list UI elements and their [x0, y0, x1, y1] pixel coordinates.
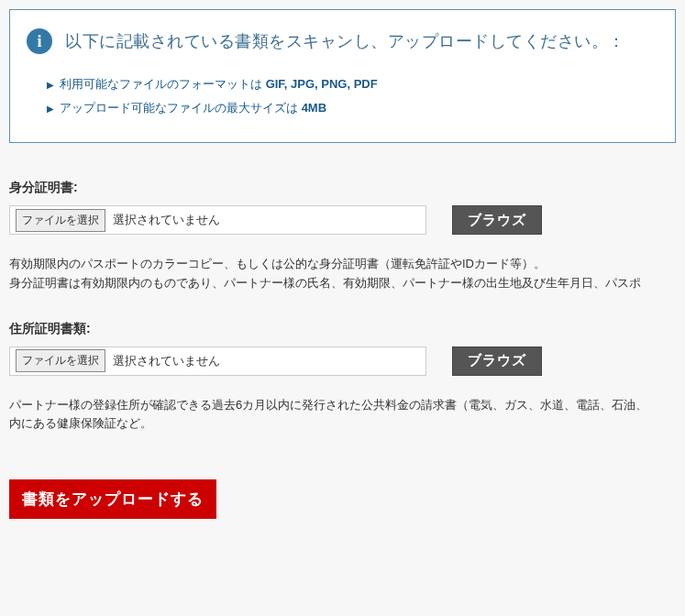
- choose-file-button[interactable]: ファイルを選択: [16, 209, 105, 232]
- file-status: 選択されていません: [113, 212, 220, 228]
- file-status: 選択されていません: [113, 353, 220, 369]
- arrow-icon: ▶: [47, 80, 54, 90]
- file-row: ファイルを選択 選択されていません ブラウズ: [9, 346, 676, 376]
- section-id-document: 身分証明書: ファイルを選択 選択されていません ブラウズ 有効期限内のパスポー…: [9, 180, 676, 293]
- file-row: ファイルを選択 選択されていません ブラウズ: [9, 205, 676, 235]
- info-title: 以下に記載されている書類をスキャンし、アップロードしてください。：: [65, 30, 625, 52]
- id-document-label: 身分証明書:: [9, 180, 676, 196]
- address-document-description: パートナー様の登録住所が確認できる過去6カ月以内に発行された公共料金の請求書（電…: [9, 396, 676, 434]
- id-document-description: 有効期限内のパスポートのカラーコピー、もしくは公的な身分証明書（運転免許証やID…: [9, 255, 676, 293]
- info-item-bold: GIF, JPG, PNG, PDF: [266, 77, 378, 91]
- info-icon: i: [27, 28, 52, 54]
- info-item-text: 利用可能なファイルのフォーマットは: [60, 77, 266, 91]
- browse-button[interactable]: ブラウズ: [452, 346, 542, 376]
- info-box: i 以下に記載されている書類をスキャンし、アップロードしてください。： ▶ 利用…: [9, 9, 676, 143]
- info-item-bold: 4MB: [302, 101, 326, 115]
- arrow-icon: ▶: [47, 104, 54, 114]
- info-item-size: ▶ アップロード可能なファイルの最大サイズは 4MB: [47, 100, 658, 116]
- upload-documents-button[interactable]: 書類をアップロードする: [9, 479, 216, 519]
- info-item-text: アップロード可能なファイルの最大サイズは: [60, 101, 302, 115]
- address-document-label: 住所証明書類:: [9, 321, 676, 337]
- file-input-wrap[interactable]: ファイルを選択 選択されていません: [9, 346, 426, 376]
- section-address-document: 住所証明書類: ファイルを選択 選択されていません ブラウズ パートナー様の登録…: [9, 321, 676, 434]
- info-item-formats: ▶ 利用可能なファイルのフォーマットは GIF, JPG, PNG, PDF: [47, 76, 658, 93]
- file-input-wrap[interactable]: ファイルを選択 選択されていません: [9, 205, 426, 235]
- info-header: i 以下に記載されている書類をスキャンし、アップロードしてください。：: [27, 28, 658, 54]
- choose-file-button[interactable]: ファイルを選択: [16, 349, 105, 372]
- browse-button[interactable]: ブラウズ: [452, 205, 542, 235]
